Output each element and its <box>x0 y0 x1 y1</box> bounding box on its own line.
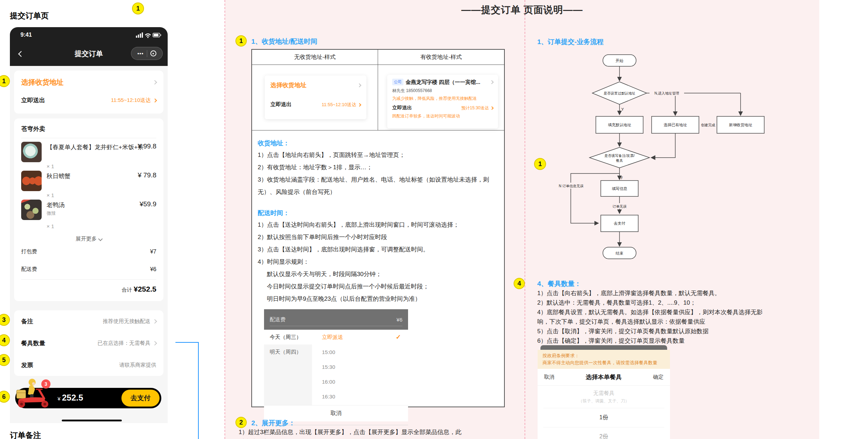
fee-label: 配送费 <box>270 316 286 323</box>
svg-text:餐具: 餐具 <box>616 159 623 163</box>
chevron-right-icon <box>490 106 494 110</box>
flow-node-fill-info: 填写信息 <box>601 181 638 196</box>
doc-main-title: ——提交订单 页面说明—— <box>225 4 819 16</box>
svg-text:N,进入地址管理: N,进入地址管理 <box>654 91 679 95</box>
tableware-row[interactable]: 餐具数量 已在店选择：无需餐具 <box>14 332 163 354</box>
divider <box>21 279 156 280</box>
dialog-option-two[interactable]: 2份 <box>543 427 664 439</box>
picker-slot[interactable]: 16:00 <box>322 374 408 389</box>
close-target-icon[interactable] <box>150 50 156 56</box>
wifi-dot <box>147 37 149 38</box>
chevron-right-icon[interactable] <box>152 80 157 85</box>
go-pay-button[interactable]: 去支付 <box>121 390 160 407</box>
picker-day-tomorrow[interactable]: 明天（周四） <box>264 345 312 359</box>
status-time: 9:41 <box>20 32 32 38</box>
address-style-table: 无收货地址-样式 有收货地址-样式 选择收货地址 立即送出 11:55~12:1… <box>251 49 505 407</box>
item-qty: × 1 <box>47 223 54 229</box>
fee-row: 配送费 ¥6 <box>14 266 163 273</box>
invoice-label: 发票 <box>21 361 33 369</box>
check-icon: ✓ <box>396 333 401 341</box>
dialog-confirm-button[interactable]: 确定 <box>653 374 664 380</box>
tableware-value: 已在店选择：无需餐具 <box>97 340 150 346</box>
connector-line-vertical <box>198 342 199 439</box>
sec2-heading: 2、展开更多： <box>251 419 295 428</box>
flow-node-choose-existing: 选择已有地址 <box>652 116 699 133</box>
marker-tableware: 4 <box>0 334 10 346</box>
chevron-right-icon <box>358 103 361 107</box>
svg-text:结束: 结束 <box>616 251 623 255</box>
eta-value[interactable]: 11:55~12:10送达 <box>111 97 151 103</box>
flow-label-yes2: y <box>621 175 623 179</box>
sample-card-with-address: 公司金燕龙写字楼 四层（一一宾馆... 林先生 18500557668 为减少接… <box>387 75 498 128</box>
total-label: 合计 <box>122 287 134 293</box>
svg-text:是否设置过默认地址: 是否设置过默认地址 <box>604 91 635 95</box>
more-dots-icon[interactable]: ••• <box>137 51 144 56</box>
sec4-heading: 4、餐具数量： <box>537 279 581 288</box>
sec4-line: 5）点击【取消】，弹窗关闭，提交订单页餐具数量默认原始数据 <box>537 327 766 336</box>
chevron-right-icon <box>490 80 493 84</box>
dimmed-fee-row: 配送费 ¥6 <box>264 309 408 330</box>
address-note-line: 3）收货地址涵盖字段：配送地址、用户姓名、电话、地址标签（如设置地址未选择，则无… <box>258 173 502 198</box>
chevron-down-icon[interactable] <box>98 237 103 241</box>
picker-slot[interactable]: 15:30 <box>322 359 408 374</box>
flow-label-bypass: N 订单信息无误 <box>554 183 588 189</box>
picker-slot[interactable]: 16:30 <box>322 389 408 404</box>
sec4-notes: 1）点击【向右箭头】，底部上滑弹窗选择餐具数量，默认无需餐具。 2）默认选中：无… <box>537 288 766 346</box>
address-notes-heading: 收货地址： <box>258 139 498 147</box>
mini-program-capsule[interactable]: ••• <box>131 47 163 60</box>
time-note-line: 4）时间显示规则： <box>258 256 502 268</box>
phone-header: 9:41 <box>10 27 168 66</box>
sample-card-no-address: 选择收货地址 立即送出 11:55~12:10送达 <box>265 75 366 119</box>
svg-text:创建完成: 创建完成 <box>701 123 715 127</box>
svg-text:填写信息: 填写信息 <box>612 187 627 191</box>
dialog-title: 选择本单餐具 <box>586 373 622 381</box>
sec4-line: 6）点击【确定】，弹窗关闭，提交订单页显示餐具数量 <box>537 336 766 346</box>
item-name: 老鸭汤 <box>47 201 65 209</box>
home-indicator <box>62 420 122 421</box>
sample-risk-tip: 为减少接触，降低风险，推荐使用无接触配送 <box>392 96 493 102</box>
options-card: 备注 推荐使用无接触配送 餐具数量 已在店选择：无需餐具 发票 请联系商家提供 <box>14 310 163 376</box>
tableware-dialog: 按政府条例要求： 商家不得主动向您提供一次性餐具，请按需选择餐具数量 取消 选择… <box>538 350 670 439</box>
note-row[interactable]: 备注 推荐使用无接触配送 <box>14 310 163 332</box>
panel-divider-middle <box>525 0 525 439</box>
sec2-line: 1）超过3栏菜品信息，出现【展开更多】，点击【展开更多】显示全部菜品信息，此 <box>239 428 517 436</box>
business-flowchart: 开始 是否设置过默认地址 N,进入地址管理 Y 填充默认地址 选择已有地址 新增… <box>544 49 777 265</box>
picker-slot-now[interactable]: 立即派送 ✓ <box>322 330 408 345</box>
expand-more-button[interactable]: 展开更多 <box>14 236 163 242</box>
flow-label-yes: Y <box>621 107 624 111</box>
svg-text:订单无误: 订单无误 <box>612 205 627 208</box>
chevron-right-icon[interactable] <box>153 98 157 102</box>
divider <box>21 138 156 138</box>
total-value: ¥252.5 <box>134 285 156 293</box>
picker-day-today[interactable]: 今天（周三） <box>264 330 312 345</box>
marker-top-1: 1 <box>132 2 144 14</box>
status-icons <box>136 32 161 40</box>
sample-contact: 林先生 18500557668 <box>392 88 493 94</box>
marker-sec4: 4 <box>514 278 525 289</box>
flow-decision-default-address: 是否设置过默认地址 <box>592 82 647 104</box>
sample-send-label: 立即送出 <box>270 101 292 108</box>
item-qty: × 1 <box>47 163 54 169</box>
sample-address-title: 金燕龙写字楼 四层（一一宾馆... <box>406 79 480 86</box>
total-row: 合计 ¥252.5 <box>122 285 156 293</box>
choose-address-link[interactable]: 选择收货地址 <box>21 78 64 87</box>
picker-slot[interactable]: 15:00 <box>322 345 408 359</box>
dialog-cancel-button[interactable]: 取消 <box>544 374 555 380</box>
dialog-option-one[interactable]: 1份 <box>543 408 664 427</box>
chevron-right-icon[interactable] <box>152 341 157 346</box>
sec4-line: 4）底部餐具设置，默认无需餐具。如选择【依据餐量供应】，则对本次餐具选择无影响，… <box>537 307 766 327</box>
order-note-section-title: 订单备注 <box>10 430 41 439</box>
sec1-heading: 1、收货地址/配送时间 <box>251 37 317 46</box>
chevron-right-icon[interactable] <box>152 319 157 324</box>
dialog-option-none[interactable]: 无需餐具 （筷子、调羹、叉子、刀） <box>543 386 664 408</box>
flow-label-order-ok: 订单无误 <box>609 203 630 209</box>
eta-row[interactable]: 11:55~12:10送达 <box>111 97 156 104</box>
flow-heading: 1、订单提交-业务流程 <box>537 37 604 47</box>
item-price: ¥ 99.8 <box>138 142 156 150</box>
pay-amount: ¥ 252.5 <box>58 393 83 403</box>
connector-line-horizontal <box>175 342 199 343</box>
fee-row: 打包费 ¥7 <box>14 248 163 255</box>
signal-icon <box>136 32 143 38</box>
fee-value: ¥7 <box>150 249 156 255</box>
item-price: ¥ 79.8 <box>138 171 156 179</box>
